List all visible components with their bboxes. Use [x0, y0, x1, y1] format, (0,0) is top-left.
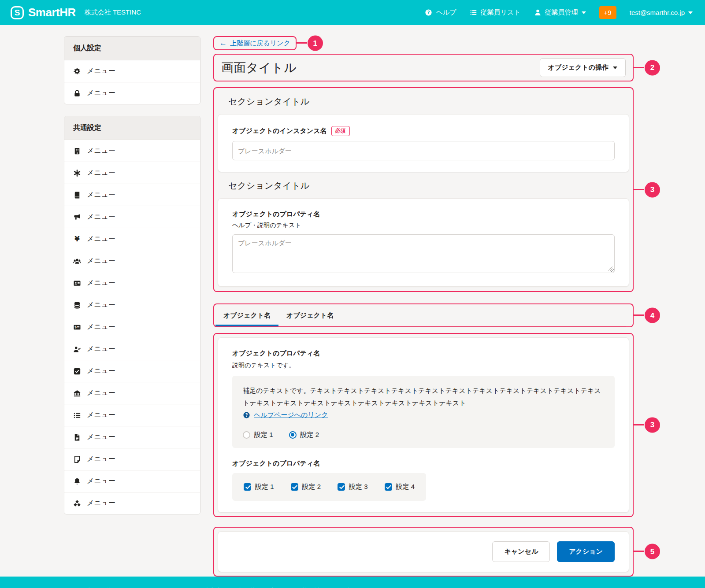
required-badge: 必須: [331, 126, 350, 136]
sidebar-item-menu[interactable]: メニュー: [64, 206, 200, 228]
page-title: 画面タイトル: [221, 59, 297, 76]
sidebar-item-menu[interactable]: メニュー: [64, 162, 200, 184]
smarthr-logo[interactable]: S SmartHR: [11, 6, 76, 19]
app-header: S SmartHR 株式会社 TESTINC ヘルプ 従業員リスト 従業員管理 …: [0, 0, 705, 25]
note-check-icon: [73, 455, 81, 463]
annotation-connector: [633, 67, 644, 68]
property-textarea[interactable]: [232, 234, 615, 273]
sidebar-item-menu[interactable]: メニュー: [64, 404, 200, 426]
annotation-badge-5: 5: [645, 544, 660, 559]
book-icon: [73, 191, 81, 199]
building-icon: [73, 147, 81, 155]
sidebar-item-label: メニュー: [87, 234, 115, 244]
section-title: セクションタイトル: [218, 88, 629, 114]
chevron-down-icon: [582, 11, 586, 14]
annotation-box-back-link: ← 上階層に戻るリンク 1: [213, 36, 297, 50]
sidebar-item-label: メニュー: [87, 322, 115, 332]
field-label-row: オブジェクトのプロパティ名: [232, 349, 615, 358]
checkbox-label: 設定 4: [396, 483, 415, 491]
list-icon: [73, 411, 81, 419]
sidebar-item-menu[interactable]: メニュー: [64, 316, 200, 338]
object-action-dropdown[interactable]: オブジェクトの操作: [540, 58, 626, 77]
radio-option-1[interactable]: 設定 1: [243, 431, 273, 439]
sidebar-item-menu[interactable]: メニュー: [64, 382, 200, 404]
checkbox-option-1[interactable]: 設定 1: [244, 483, 274, 491]
tab-object-1[interactable]: オブジェクト名: [215, 311, 278, 326]
sidebar-item-menu[interactable]: メニュー: [64, 60, 200, 82]
property-card: オブジェクトのプロパティ名 ヘルプ・説明のテキスト: [218, 198, 629, 287]
action-button[interactable]: アクション: [557, 541, 615, 562]
sidebar-item-menu[interactable]: メニュー: [64, 360, 200, 382]
account-email: test@smarthr.co.jp: [630, 9, 685, 16]
sidebar-item-label: メニュー: [87, 146, 115, 155]
field-help-text: ヘルプ・説明のテキスト: [232, 222, 615, 229]
sidebar-item-label: メニュー: [87, 366, 115, 376]
checkbox-option-2[interactable]: 設定 2: [291, 483, 321, 491]
sidebar-item-label: メニュー: [87, 410, 115, 420]
employee-admin-dropdown[interactable]: 従業員管理: [534, 8, 586, 17]
sidebar-item-menu[interactable]: メニュー: [64, 250, 200, 272]
bank-icon: [73, 389, 81, 397]
cubes-icon: [73, 499, 81, 507]
sidebar-item-menu[interactable]: メニュー: [64, 492, 200, 514]
checkbox-option-3[interactable]: 設定 3: [338, 483, 368, 491]
sidebar-item-menu[interactable]: メニュー: [64, 338, 200, 360]
question-circle-icon: [243, 411, 250, 419]
radio-unchecked-icon: [243, 431, 250, 439]
employee-list-link[interactable]: 従業員リスト: [470, 8, 521, 17]
sidebar-item-menu[interactable]: メニュー: [64, 426, 200, 448]
sidebar-item-menu[interactable]: メニュー: [64, 272, 200, 294]
app-footer: ヘルプ お知らせ 利用規約 プライバシーポリシー 特定商取引法に基づく表記 運営…: [0, 577, 705, 588]
sidebar-item-label: メニュー: [87, 499, 115, 508]
checkbox-option-4[interactable]: 設定 4: [385, 483, 415, 491]
sidebar-item-menu[interactable]: メニュー: [64, 184, 200, 206]
radio-label: 設定 2: [301, 431, 319, 439]
annotation-connector: [296, 42, 307, 44]
sidebar-item-menu[interactable]: メニュー: [64, 470, 200, 492]
back-link-label: 上階層に戻るリンク: [230, 39, 290, 48]
sidebar-item-label: メニュー: [87, 168, 115, 178]
annotation-badge-3: 3: [645, 182, 660, 197]
sidebar-item-label: メニュー: [87, 455, 115, 464]
tab-object-2[interactable]: オブジェクト名: [278, 311, 341, 326]
question-circle-icon: [425, 9, 432, 16]
help-link[interactable]: ヘルプ: [425, 8, 456, 17]
annotation-box-tab-panel: オブジェクトのプロパティ名 説明のテキストです。 補足のテキストです。テキストテ…: [213, 333, 634, 517]
account-dropdown[interactable]: test@smarthr.co.jp: [630, 9, 693, 16]
radio-option-2[interactable]: 設定 2: [289, 431, 319, 439]
cancel-button[interactable]: キャンセル: [492, 541, 550, 562]
checkbox-checked-icon: [385, 483, 392, 491]
notifications-badge[interactable]: +9: [599, 6, 616, 19]
field-description: 説明のテキストです。: [232, 362, 615, 370]
checkbox-label: 設定 2: [302, 483, 321, 491]
sidebar-item-label: メニュー: [87, 256, 115, 266]
field-label: オブジェクトのプロパティ名: [232, 210, 320, 218]
main-content: ← 上階層に戻るリンク 1 画面タイトル オブジェクトの操作 2 セクションタイ…: [213, 36, 634, 577]
checkbox-checked-icon: [244, 483, 251, 491]
sidebar-group-title: 個人設定: [64, 37, 200, 60]
chevron-down-icon: [613, 67, 617, 69]
sidebar-item-menu[interactable]: メニュー: [64, 294, 200, 316]
sidebar-item-menu[interactable]: メニュー: [64, 140, 200, 162]
field-label-row: オブジェクトのプロパティ名: [232, 210, 615, 218]
sidebar-item-menu[interactable]: メニュー: [64, 228, 200, 250]
gear-icon: [73, 67, 81, 75]
employee-list-label: 従業員リスト: [481, 8, 521, 17]
employee-admin-label: 従業員管理: [545, 8, 578, 17]
sidebar-item-menu[interactable]: メニュー: [64, 82, 200, 104]
instance-name-input[interactable]: [232, 141, 615, 160]
sidebar-item-label: メニュー: [87, 67, 115, 76]
field-label: オブジェクトのインスタンス名: [232, 127, 327, 135]
annotation-badge-3b: 3: [645, 417, 660, 433]
radio-label: 設定 1: [254, 431, 273, 439]
help-page-link[interactable]: ヘルプページへのリンク: [254, 411, 328, 419]
sidebar: 個人設定 メニュー メニュー 共通設定 メニュー メニュー: [64, 36, 200, 514]
annotation-box-title-bar: 画面タイトル オブジェクトの操作 2: [213, 54, 634, 81]
action-bar-card: キャンセル アクション: [218, 531, 629, 572]
radio-checked-icon: [289, 431, 297, 439]
lock-icon: [73, 89, 81, 97]
back-to-parent-link[interactable]: ← 上階層に戻るリンク: [219, 39, 290, 48]
sidebar-item-menu[interactable]: メニュー: [64, 448, 200, 470]
field-label-row: オブジェクトのインスタンス名 必須: [232, 126, 615, 136]
arrow-left-icon: ←: [219, 39, 227, 48]
